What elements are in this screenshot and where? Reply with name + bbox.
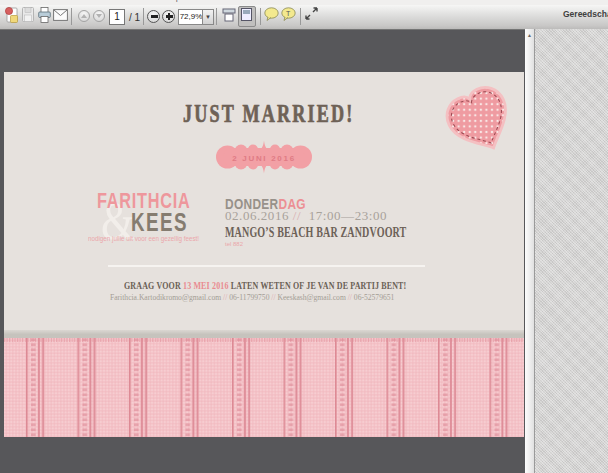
svg-text:T: T — [286, 10, 291, 17]
